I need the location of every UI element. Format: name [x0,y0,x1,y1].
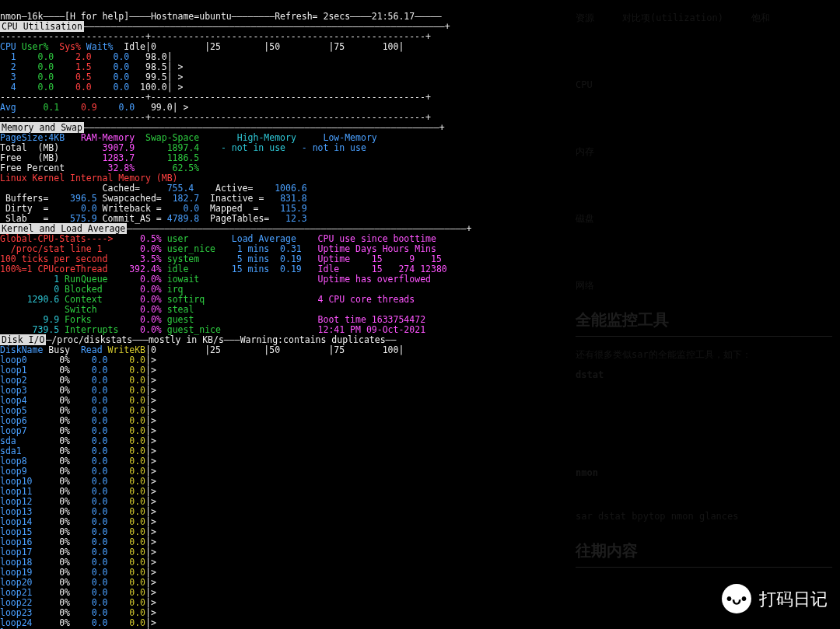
cpu-section-label: CPU Utilisation [0,21,84,32]
kernel-rows: Global-CPU-Stats----> 0.5% user Load Ave… [0,233,447,335]
cpu-avg-row: Avg 0.1 0.9 0.0 99.0| > [0,102,188,113]
header-line: nmon—16k————[H for help]————Hostname=ubu… [0,11,442,22]
kernel-mem-label: Linux Kernel Internal Memory (MB) [0,173,177,183]
disk-rows: loop0 0% 0.0 0.0|> loop1 0% 0.0 0.0|> lo… [0,355,156,629]
disk-header: DiskName Busy Read WriteKB|0 |25 |50 |75… [0,344,404,355]
cpu-header: CPU User% Sys% Wait% Idle|0 |25 |50 |75 … [0,41,404,52]
kernel-section-label: Kernel and Load Average [0,223,127,234]
wechat-icon: •ᴗ• [722,584,751,613]
terminal-output: nmon—16k————[H for help]————Hostname=ubu… [0,0,436,629]
mem-section-label: Memory and Swap [0,122,84,133]
disk-section-label: Disk I/O [0,334,46,345]
cpu-rows: 1 0.0 2.0 0.0 98.0| 2 0.0 1.5 0.0 98.5| … [0,51,184,93]
watermark: •ᴗ• 打码日记 [722,584,828,613]
